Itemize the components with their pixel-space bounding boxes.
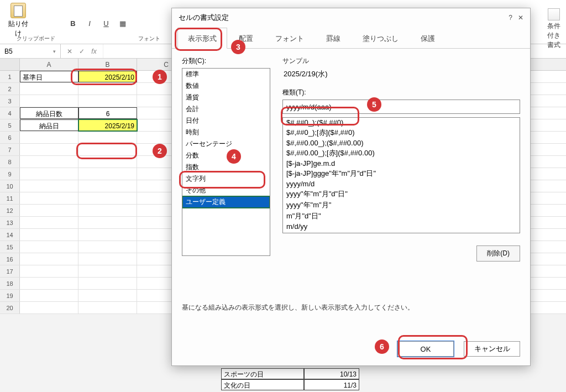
italic-button[interactable]: I xyxy=(83,17,96,30)
cell[interactable] xyxy=(20,168,78,180)
holiday-date[interactable]: 10/13 xyxy=(304,368,359,379)
cell[interactable]: 納品日 xyxy=(20,119,78,131)
tab-border[interactable]: 罫線 xyxy=(316,28,351,49)
cell[interactable] xyxy=(78,156,137,168)
conditional-formatting-button[interactable]: 条件付き書式 xyxy=(544,8,563,50)
row-header[interactable]: 15 xyxy=(0,241,20,253)
row-header[interactable]: 6 xyxy=(0,132,20,143)
cell[interactable] xyxy=(78,253,137,265)
cell[interactable] xyxy=(20,265,78,277)
type-item[interactable]: $#,##0.00_);[赤]($#,##0.00) xyxy=(283,148,520,159)
category-item[interactable]: 指数 xyxy=(182,161,270,173)
row-header[interactable]: 14 xyxy=(0,229,20,241)
type-item[interactable]: yyyy/m/d xyxy=(283,179,520,189)
row-header[interactable]: 10 xyxy=(0,180,20,192)
cell[interactable] xyxy=(78,192,137,204)
row-header[interactable]: 7 xyxy=(0,144,20,155)
cell[interactable] xyxy=(20,144,78,155)
cell[interactable] xyxy=(20,290,78,301)
type-item[interactable]: $#,##0.00_);($#,##0.00) xyxy=(283,138,520,148)
cell[interactable] xyxy=(78,168,137,180)
col-header-b[interactable]: B xyxy=(78,59,137,70)
holiday-name[interactable]: 文化の日 xyxy=(221,379,304,390)
dialog-titlebar[interactable]: セルの書式設定 ? ✕ xyxy=(172,8,530,27)
tab-fill[interactable]: 塗りつぶし xyxy=(352,28,409,49)
category-item[interactable]: 会計 xyxy=(182,103,270,115)
row-header[interactable]: 13 xyxy=(0,217,20,228)
type-item[interactable]: yyyy"年"m"月" xyxy=(283,200,520,211)
type-listbox[interactable]: $#,##0_);($#,##0)$#,##0_);[赤]($#,##0)$#,… xyxy=(282,117,520,233)
cell[interactable] xyxy=(78,302,137,313)
category-listbox[interactable]: 標準数値通貨会計日付時刻パーセンテージ分数指数文字列その他ユーザー定義 xyxy=(182,68,270,256)
cell[interactable] xyxy=(20,156,78,168)
row-header[interactable]: 12 xyxy=(0,205,20,216)
cell[interactable] xyxy=(78,180,137,192)
close-icon[interactable]: ✕ xyxy=(518,14,523,22)
border-button[interactable]: ▦ xyxy=(116,17,129,30)
cell[interactable] xyxy=(20,229,78,241)
category-item[interactable]: 時刻 xyxy=(182,127,270,138)
row-header[interactable]: 4 xyxy=(0,107,20,119)
cell[interactable] xyxy=(20,217,78,228)
category-item[interactable]: 分数 xyxy=(182,150,270,161)
category-item[interactable]: 通貨 xyxy=(182,92,270,103)
category-item[interactable]: 数値 xyxy=(182,80,270,92)
cell[interactable] xyxy=(78,205,137,216)
row-header[interactable]: 8 xyxy=(0,156,20,168)
col-header-a[interactable]: A xyxy=(20,59,78,70)
row-header[interactable]: 3 xyxy=(0,95,20,107)
type-item[interactable]: yyyy"年"m"月"d"日" xyxy=(283,189,520,200)
row-header[interactable]: 2 xyxy=(0,83,20,95)
cell[interactable]: 2025/2/19 xyxy=(78,119,137,131)
cell[interactable] xyxy=(20,95,78,107)
cell[interactable] xyxy=(78,217,137,228)
cell[interactable] xyxy=(20,253,78,265)
holiday-date[interactable]: 11/3 xyxy=(304,379,359,390)
delete-button[interactable]: 削除(D) xyxy=(476,245,520,262)
type-item[interactable]: [$-ja-JP]ge.m.d xyxy=(283,159,520,168)
cell[interactable]: 納品日数 xyxy=(20,107,78,119)
tab-font[interactable]: フォント xyxy=(265,28,315,49)
type-item[interactable]: d-mmm-yy xyxy=(283,231,520,233)
cell[interactable]: 6 xyxy=(78,107,137,119)
row-header[interactable]: 11 xyxy=(0,192,20,204)
holiday-name[interactable]: スポーツの日 xyxy=(221,368,304,379)
category-item[interactable]: ユーザー定義 xyxy=(182,196,270,208)
tab-number[interactable]: 表示形式 xyxy=(177,28,227,49)
type-item[interactable]: m/d/yy xyxy=(283,222,520,231)
cell[interactable]: 2025/2/10 xyxy=(78,71,137,82)
cell[interactable] xyxy=(20,192,78,204)
cancel-button[interactable]: キャンセル xyxy=(464,341,520,357)
row-header[interactable]: 20 xyxy=(0,302,20,313)
name-box[interactable]: B5 ▾ xyxy=(0,44,61,58)
cell[interactable] xyxy=(78,83,137,95)
cell[interactable] xyxy=(78,132,137,143)
cell[interactable] xyxy=(20,205,78,216)
cell[interactable] xyxy=(20,278,78,289)
cell[interactable] xyxy=(78,229,137,241)
cell[interactable] xyxy=(78,278,137,289)
cell[interactable]: 基準日 xyxy=(20,71,78,82)
cell[interactable] xyxy=(20,180,78,192)
row-header[interactable]: 5 xyxy=(0,119,20,131)
row-header[interactable]: 18 xyxy=(0,278,20,289)
fx-icon[interactable]: fx xyxy=(90,48,98,55)
row-header[interactable]: 9 xyxy=(0,168,20,180)
bold-button[interactable]: B xyxy=(66,17,80,30)
help-icon[interactable]: ? xyxy=(509,14,512,22)
category-item[interactable]: その他 xyxy=(182,185,270,196)
paste-button[interactable]: 貼り付け xyxy=(6,3,30,33)
type-item[interactable]: [$-ja-JP]ggge"年"m"月"d"日" xyxy=(283,168,520,179)
ok-button[interactable]: OK xyxy=(397,341,454,357)
cell[interactable] xyxy=(78,241,137,253)
type-item[interactable]: $#,##0_);($#,##0) xyxy=(283,118,520,127)
select-all-corner[interactable] xyxy=(0,59,20,70)
row-header[interactable]: 19 xyxy=(0,290,20,301)
row-header[interactable]: 1 xyxy=(0,71,20,82)
row-header[interactable]: 17 xyxy=(0,265,20,277)
cell[interactable] xyxy=(78,265,137,277)
type-item[interactable]: $#,##0_);[赤]($#,##0) xyxy=(283,127,520,138)
confirm-entry-icon[interactable]: ✓ xyxy=(77,48,86,55)
tab-protection[interactable]: 保護 xyxy=(410,28,446,49)
category-item[interactable]: 日付 xyxy=(182,115,270,127)
